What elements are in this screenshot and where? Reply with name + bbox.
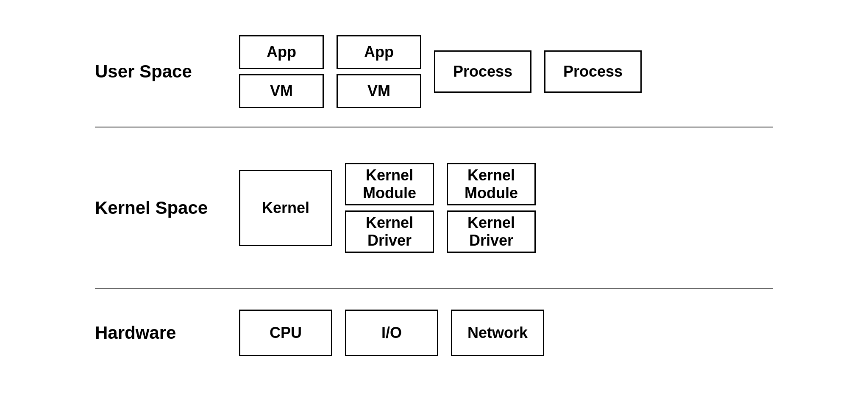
app-vm-group: App App VM VM <box>239 35 421 108</box>
kernel-module-box-2: KernelModule <box>447 163 536 205</box>
kernel-driver-1-text: KernelDriver <box>366 214 413 249</box>
kernel-driver-2-text: KernelDriver <box>467 214 515 249</box>
app-box-2: App <box>337 35 421 69</box>
architecture-diagram: User Space App App VM VM Process Process… <box>95 17 773 376</box>
app-row: App App <box>239 35 421 69</box>
user-space-label: User Space <box>95 61 239 82</box>
kernel-driver-box-2: KernelDriver <box>447 210 536 253</box>
hardware-content: CPU I/O Network <box>239 310 773 356</box>
app-box-1: App <box>239 35 324 69</box>
user-space-layer: User Space App App VM VM Process Process <box>95 17 773 127</box>
kernel-module-2-text: KernelModule <box>465 166 518 202</box>
vm-box-2: VM <box>337 74 421 108</box>
process-box-1: Process <box>434 50 531 93</box>
vm-row: VM VM <box>239 74 421 108</box>
hardware-label: Hardware <box>95 323 239 343</box>
network-box: Network <box>451 310 544 356</box>
process-box-2: Process <box>544 50 642 93</box>
kernel-module-box-1: KernelModule <box>345 163 434 205</box>
kernel-space-content: Kernel KernelModule KernelDriver KernelM… <box>239 163 773 253</box>
kernel-box: Kernel <box>239 170 332 246</box>
io-box: I/O <box>345 310 438 356</box>
kernel-driver-box-1: KernelDriver <box>345 210 434 253</box>
hardware-layer: Hardware CPU I/O Network <box>95 289 773 376</box>
kernel-group-2: KernelModule KernelDriver <box>447 163 536 253</box>
user-space-content: App App VM VM Process Process <box>239 35 773 108</box>
kernel-space-layer: Kernel Space Kernel KernelModule KernelD… <box>95 127 773 288</box>
kernel-group-1: KernelModule KernelDriver <box>345 163 434 253</box>
vm-box-1: VM <box>239 74 324 108</box>
kernel-space-label: Kernel Space <box>95 198 239 218</box>
cpu-box: CPU <box>239 310 332 356</box>
kernel-module-1-text: KernelModule <box>363 166 416 202</box>
